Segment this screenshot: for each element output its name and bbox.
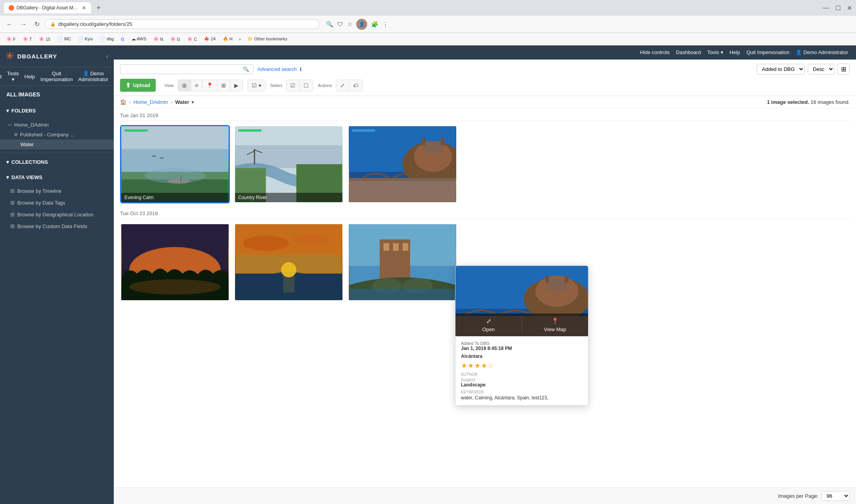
sidebar-collapse-button[interactable]: ‹ bbox=[106, 53, 108, 60]
tools-btn[interactable]: Tools ▾ bbox=[707, 49, 723, 55]
menu-icon[interactable]: ⋮ bbox=[382, 21, 388, 28]
image-card-ocean-sunset[interactable] bbox=[234, 223, 344, 301]
upload-button[interactable]: ⬆ Upload bbox=[120, 79, 156, 92]
slideshow-view-btn[interactable]: ▶ bbox=[230, 80, 242, 91]
sort-field-select[interactable]: Added to DBG Name Date bbox=[757, 64, 805, 74]
svg-rect-39 bbox=[384, 243, 390, 251]
reload-button[interactable]: ↻ bbox=[32, 19, 42, 29]
bookmark-other[interactable]: 📁 Other bookmarks bbox=[245, 36, 290, 42]
svg-rect-6 bbox=[181, 176, 182, 182]
popup-location: Alcántara bbox=[461, 354, 583, 359]
browser-toolbar-icons: 🔍 🛡 ☆ 👤 🧩 ⋮ bbox=[326, 19, 388, 30]
bookmark-t[interactable]: 🌸 T bbox=[20, 36, 35, 42]
grid-view-button[interactable]: ⊞ bbox=[838, 63, 850, 75]
advanced-search-link[interactable]: Advanced search ℹ bbox=[257, 66, 302, 72]
user-menu-button[interactable]: 👤 Demo Administrator bbox=[78, 71, 108, 82]
all-images-link[interactable]: ALL IMAGES bbox=[0, 86, 114, 103]
breadcrumb-current-folder: Water bbox=[175, 99, 189, 105]
select-dropdown-group: ☑ ▾ bbox=[248, 80, 266, 91]
svg-rect-20 bbox=[441, 138, 444, 145]
search-browser-icon[interactable]: 🔍 bbox=[326, 21, 333, 28]
bookmark-aws[interactable]: ☁ AWS bbox=[129, 36, 149, 42]
folder-water[interactable]: Water bbox=[0, 140, 114, 149]
card-tag-blue bbox=[352, 129, 375, 132]
window-controls: — ☐ ✕ bbox=[823, 4, 852, 12]
bookmark-n[interactable]: 🌸 N bbox=[151, 36, 166, 42]
bookmark-c[interactable]: 🌸 C bbox=[185, 36, 199, 42]
dashboard-btn[interactable]: Dashboard bbox=[676, 49, 701, 55]
minimize-button[interactable]: — bbox=[823, 4, 829, 12]
close-button[interactable]: ✕ bbox=[847, 4, 852, 12]
shield-icon: 🛡 bbox=[337, 21, 343, 27]
image-card-bridge[interactable] bbox=[348, 125, 457, 203]
tab-close-button[interactable]: ✕ bbox=[82, 5, 86, 11]
breadcrumb-dropdown-icon[interactable]: ▾ bbox=[191, 99, 194, 105]
grid-view-btn[interactable]: ⊞ bbox=[178, 80, 191, 91]
folder-published-company[interactable]: ⊞ Published - Company ... bbox=[0, 130, 114, 140]
tag-action-btn[interactable]: 🏷 bbox=[349, 80, 362, 91]
bookmark-google[interactable]: G bbox=[118, 36, 127, 42]
bookmark-f[interactable]: 🌸 F bbox=[4, 36, 18, 42]
image-card-country-river[interactable]: Country River bbox=[234, 125, 344, 203]
map-view-btn[interactable]: 📍 bbox=[202, 80, 217, 91]
sort-order-select[interactable]: Desc Asc bbox=[808, 64, 834, 74]
select-checkbox-btn[interactable]: ☑ bbox=[286, 80, 300, 91]
popup-view-map-button[interactable]: 📍 View Map bbox=[522, 314, 588, 336]
bookmark-h[interactable]: 🔥 H bbox=[220, 36, 235, 42]
browser-tab[interactable]: DBGallery - Digital Asset Manage ✕ bbox=[4, 2, 91, 13]
browse-by-geographical-location[interactable]: ⊞ Browse by Geographical Location bbox=[0, 208, 114, 220]
folder-home-dadmin[interactable]: ▭ Home_DAdmin bbox=[0, 120, 114, 130]
folder-tree: ▭ Home_DAdmin ⊞ Published - Company ... … bbox=[0, 118, 114, 151]
quit-impersonation-button[interactable]: Quit Impersonation bbox=[40, 71, 73, 82]
extensions-icon[interactable]: 🧩 bbox=[371, 21, 379, 28]
select-square-btn[interactable]: ☐ bbox=[300, 80, 313, 91]
browse-by-data-tags[interactable]: ⊞ Browse by Data Tags bbox=[0, 197, 114, 208]
svg-rect-21 bbox=[349, 179, 456, 202]
help-button[interactable]: Help bbox=[24, 74, 35, 80]
help-btn[interactable]: Help bbox=[730, 49, 740, 55]
popup-open-button[interactable]: ⤢ Open bbox=[455, 314, 522, 336]
svg-point-31 bbox=[243, 236, 289, 251]
search-input[interactable] bbox=[124, 66, 240, 72]
bookmark-g2[interactable]: 🌸 G bbox=[168, 36, 183, 42]
data-views-header[interactable]: ▾ DATA VIEWS bbox=[0, 170, 114, 185]
bookmark-dbg[interactable]: 📄 dbg bbox=[98, 36, 116, 42]
bookmark-kyiv[interactable]: 📄 Kyiv bbox=[76, 36, 95, 42]
image-card-city-building[interactable] bbox=[348, 223, 457, 301]
image-card-sunset-silhouette[interactable] bbox=[120, 223, 230, 301]
breadcrumb: 🏠 » Home_DAdmin » Water ▾ 1 image select… bbox=[114, 96, 856, 109]
bookmark-mc[interactable]: 📄 MC bbox=[55, 36, 73, 42]
forward-button[interactable]: → bbox=[18, 19, 29, 29]
image-card-evening-calm[interactable]: Evening Calm bbox=[120, 125, 230, 203]
bookmark-24[interactable]: 🍁 24 bbox=[202, 36, 218, 42]
profile-icon[interactable]: 👤 bbox=[356, 19, 367, 30]
dashboard-button[interactable]: Dashboard bbox=[0, 74, 2, 80]
select-dropdown-btn[interactable]: ☑ ▾ bbox=[248, 80, 265, 91]
new-tab-button[interactable]: + bbox=[93, 2, 104, 14]
map-pin-icon: 📍 bbox=[551, 317, 559, 325]
user-btn[interactable]: 👤 Demo Administrator bbox=[796, 49, 848, 55]
bookmark-15[interactable]: 🌸 15 bbox=[36, 36, 53, 42]
breadcrumb-home-dadmin[interactable]: Home_DAdmin bbox=[133, 99, 168, 105]
address-bar[interactable]: 🔒 dbgallery.cloud/gallery/folders/25 bbox=[45, 19, 320, 29]
filmstrip-view-btn[interactable]: ⊞ bbox=[217, 80, 230, 91]
advanced-search-info-icon: ℹ bbox=[300, 66, 302, 72]
svg-point-5 bbox=[168, 179, 190, 184]
maximize-button[interactable]: ☐ bbox=[835, 4, 841, 12]
hide-controls-btn[interactable]: Hide controls bbox=[640, 49, 670, 55]
browse-by-custom-data-fields[interactable]: ⊞ Browse by Custom Data Fields bbox=[0, 220, 114, 232]
bookmark-star-icon[interactable]: ☆ bbox=[347, 21, 352, 28]
images-per-page-select[interactable]: 24 48 96 192 bbox=[821, 491, 850, 501]
list-view-btn[interactable]: ≡ bbox=[191, 80, 202, 91]
tools-button[interactable]: Tools ▾ bbox=[7, 71, 19, 82]
browse-by-timeline[interactable]: ⊞ Browse by Timeline bbox=[0, 185, 114, 197]
folders-header[interactable]: ▾ FOLDERS bbox=[0, 103, 114, 118]
breadcrumb-home-icon[interactable]: 🏠 bbox=[120, 99, 126, 105]
back-button[interactable]: ← bbox=[4, 19, 15, 29]
sidebar: ✳ DBGALLERY ‹ Hide controls Dashboard To… bbox=[0, 45, 114, 504]
expand-action-btn[interactable]: ⤢ bbox=[336, 80, 349, 91]
collections-section: ▾ COLLECTIONS bbox=[0, 154, 114, 170]
collections-header[interactable]: ▾ COLLECTIONS bbox=[0, 154, 114, 170]
quit-impersonation-btn[interactable]: Quit Impersonation bbox=[746, 49, 789, 55]
search-box[interactable]: 🔍 bbox=[120, 64, 253, 74]
